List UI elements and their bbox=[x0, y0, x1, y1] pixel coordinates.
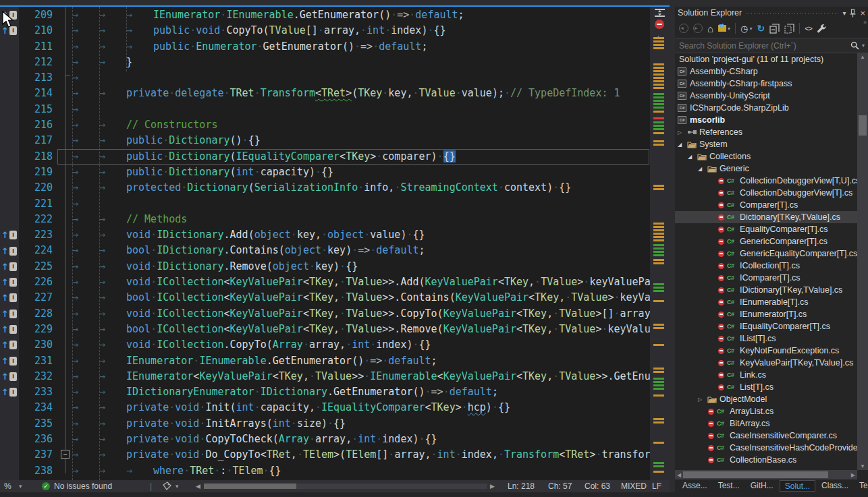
properties-wrench-button[interactable] bbox=[817, 24, 827, 34]
tree-item-assembly-unityscript[interactable]: C#Assembly-UnityScript bbox=[675, 90, 857, 102]
tree-scroll-left-icon[interactable]: ◀ bbox=[675, 472, 683, 478]
issues-status[interactable]: ✓ No issues found bbox=[42, 480, 112, 492]
code-line[interactable]: 214→→private·delegate·TRet·Transform<TRe… bbox=[0, 86, 670, 101]
marker-format-icon[interactable] bbox=[162, 480, 173, 492]
tree-hscrollbar-thumb[interactable] bbox=[683, 471, 828, 478]
switch-views-dropdown-icon[interactable]: ▾ bbox=[728, 26, 730, 32]
editor-hscrollbar[interactable] bbox=[204, 484, 487, 489]
fold-collapse-button[interactable]: − bbox=[61, 450, 70, 459]
tree-item-list-t-cs[interactable]: C#List[T].cs bbox=[675, 381, 857, 393]
hscroll-left-arrow[interactable]: ◀ bbox=[196, 480, 200, 492]
tree-item-references[interactable]: ▷References bbox=[675, 126, 857, 138]
view-code-button[interactable]: <> bbox=[805, 24, 812, 32]
collapse-all-button[interactable] bbox=[769, 24, 780, 34]
pending-changes-filter-button[interactable]: ◷▾ bbox=[740, 24, 752, 34]
code-line[interactable]: 234→→private·void·Init(int·capacity,·IEq… bbox=[0, 400, 670, 415]
collapse-arrow-icon[interactable]: ◢ bbox=[688, 154, 697, 160]
tool-tab-solut[interactable]: Solut... bbox=[780, 480, 815, 492]
code-line[interactable]: 213→ bbox=[0, 70, 670, 86]
zoom-control[interactable]: % bbox=[4, 480, 11, 492]
forward-button[interactable]: ► bbox=[693, 24, 703, 33]
search-dropdown-icon[interactable]: ▾ bbox=[862, 42, 865, 49]
implements-gutter-icon[interactable]: ↑I bbox=[0, 290, 19, 305]
code-line[interactable]: 220→→protected·Dictionary(SerializationI… bbox=[0, 180, 670, 196]
code-line[interactable]: ↑I225→→void·IDictionary.Remove(object·ke… bbox=[0, 259, 670, 274]
editor-scroll-annotation-column[interactable]: ▲ bbox=[650, 7, 670, 480]
switch-views-button[interactable]: ▾ bbox=[718, 25, 730, 32]
tree-item-iequalitycomparer-t-cs[interactable]: C#IEqualityComparer[T].cs bbox=[675, 320, 857, 332]
tree-item-equalitycomparer-t-cs[interactable]: C#EqualityComparer[T].cs bbox=[675, 223, 857, 235]
code-line[interactable]: 237→→private·void·Do_CopyTo<TRet,·TElem>… bbox=[0, 447, 670, 463]
tree-item-collectiondebuggerview-t-cs[interactable]: C#CollectionDebuggerView[T].cs bbox=[675, 187, 857, 199]
toolbar-overflow-icon[interactable]: » bbox=[863, 19, 867, 26]
expand-arrow-icon[interactable]: ▷ bbox=[678, 129, 687, 136]
code-line[interactable]: 235→→private·void·InitArrays(int·size)·{… bbox=[0, 416, 670, 432]
tree-item-assembly-csharp-firstpass[interactable]: C#Assembly-CSharp-firstpass bbox=[675, 78, 857, 90]
code-line[interactable]: 236→→private·void·CopyToCheck(Array·arra… bbox=[0, 432, 670, 447]
search-icon[interactable] bbox=[850, 41, 859, 50]
hscroll-right-arrow[interactable]: ▶ bbox=[490, 480, 495, 492]
implements-gutter-icon[interactable]: ↑I bbox=[0, 227, 19, 243]
implements-gutter-icon[interactable]: ↑I bbox=[0, 322, 19, 337]
implements-gutter-icon[interactable]: ↑I bbox=[0, 306, 19, 322]
tool-tab-test[interactable]: Test... bbox=[713, 480, 744, 492]
tree-item-link-cs[interactable]: C#Link.cs bbox=[675, 369, 857, 381]
refresh-button[interactable]: ↻ bbox=[757, 23, 765, 34]
code-line[interactable]: 219→→public·Dictionary(int·capacity)·{} bbox=[0, 165, 670, 180]
tree-item-keyvaluepair-tkey-tvalue-cs[interactable]: C#KeyValuePair[TKey,TValue].cs bbox=[675, 357, 857, 369]
code-line[interactable]: ↑I210→→→public·void·CopyTo(TValue[]·arra… bbox=[0, 23, 670, 38]
tree-item-solution-project-gui-11-of-11-projects-[interactable]: Solution 'project-gui' (11 of 11 project… bbox=[675, 53, 857, 65]
tree-item-idictionary-tkey-tvalue-cs[interactable]: C#IDictionary[TKey,TValue].cs bbox=[675, 284, 857, 296]
code-line[interactable]: 215→ bbox=[0, 102, 670, 117]
back-button[interactable]: ◄ bbox=[679, 24, 688, 33]
filter-dropdown-icon[interactable]: ▾ bbox=[749, 26, 752, 32]
solution-explorer-titlebar[interactable]: Solution Explorer ▾ × bbox=[675, 7, 868, 19]
zoom-dropdown-icon[interactable]: ▾ bbox=[19, 480, 22, 492]
search-input[interactable] bbox=[675, 41, 850, 51]
split-editor-handle[interactable] bbox=[654, 8, 666, 18]
code-line[interactable]: 218→→public·Dictionary(IEqualityComparer… bbox=[0, 149, 670, 165]
tool-tab-asse[interactable]: Asse... bbox=[678, 480, 712, 492]
tool-tab-gith[interactable]: GitH... bbox=[746, 480, 778, 492]
tree-item-dictionary-tkey-tvalue-cs[interactable]: C#Dictionary[TKey,TValue].cs bbox=[675, 211, 857, 223]
marker-dropdown-icon[interactable]: ▾ bbox=[175, 480, 179, 492]
code-editor[interactable]: ↑I209→→→IEnumerator·IEnumerable.GetEnume… bbox=[0, 7, 670, 480]
tree-item-ilist-t-cs[interactable]: C#IList[T].cs bbox=[675, 332, 857, 345]
tree-scroll-up-icon[interactable]: ▲ bbox=[860, 54, 865, 60]
code-line[interactable]: 221→ bbox=[0, 196, 670, 212]
tree-item-comparer-t-cs[interactable]: C#Comparer[T].cs bbox=[675, 199, 857, 211]
tree-item-generic[interactable]: ◢Generic bbox=[675, 163, 857, 175]
code-line[interactable]: 222→→// Methods bbox=[0, 212, 670, 227]
tree-vscrollbar-thumb[interactable] bbox=[859, 115, 867, 136]
close-icon[interactable]: × bbox=[860, 8, 865, 18]
tree-item-icsharpcode-sharpziplib[interactable]: C#ICSharpCode.SharpZipLib bbox=[675, 102, 857, 114]
implements-gutter-icon[interactable]: ↑I bbox=[0, 243, 19, 258]
code-line[interactable]: ↑I230→→void·ICollection.CopyTo(Array·arr… bbox=[0, 337, 670, 353]
code-line[interactable]: ↑I231→→IEnumerator·IEnumerable.GetEnumer… bbox=[0, 353, 670, 369]
implements-gutter-icon[interactable]: ↑I bbox=[0, 337, 19, 353]
tree-item-caseinsensitivecomparer-cs[interactable]: C#CaseInsensitiveComparer.cs bbox=[675, 430, 857, 442]
tree-item-icomparer-t-cs[interactable]: C#IComparer[T].cs bbox=[675, 272, 857, 284]
editor-hscrollbar-thumb[interactable] bbox=[204, 484, 296, 489]
pin-icon[interactable] bbox=[850, 9, 856, 18]
expand-arrow-icon[interactable]: ▷ bbox=[698, 397, 707, 403]
tree-vscrollbar[interactable]: ▲ ▼ bbox=[857, 53, 868, 470]
tree-hscrollbar[interactable]: ◀ ▶ bbox=[675, 470, 857, 479]
home-button[interactable]: ⌂ bbox=[707, 23, 713, 34]
code-line[interactable]: 217→→public·Dictionary()·{} bbox=[0, 133, 670, 148]
tree-item-arraylist-cs[interactable]: C#ArrayList.cs bbox=[675, 405, 857, 417]
tree-item-collectiondebuggerview-t-u-cs[interactable]: C#CollectionDebuggerView[T,U].cs bbox=[675, 175, 857, 187]
tree-item-genericcomparer-t-cs[interactable]: C#GenericComparer[T].cs bbox=[675, 235, 857, 247]
implements-gutter-icon[interactable]: ↑I bbox=[0, 274, 19, 290]
code-line[interactable]: ↑I232→→IEnumerator<KeyValuePair<TKey,·TV… bbox=[0, 369, 670, 384]
tree-item-caseinsensitivehashcodeprovider-cs[interactable]: C#CaseInsensitiveHashCodeProvider.cs bbox=[675, 442, 857, 454]
tree-item-keynotfoundexception-cs[interactable]: C#KeyNotFoundException.cs bbox=[675, 345, 857, 357]
panel-drag-grip[interactable] bbox=[746, 12, 838, 16]
collapse-arrow-icon[interactable]: ◢ bbox=[698, 166, 707, 172]
tree-item-mscorlib[interactable]: C#mscorlib bbox=[675, 114, 857, 126]
implements-gutter-icon[interactable]: ↑I bbox=[0, 384, 19, 400]
code-line[interactable]: ↑I223→→void·IDictionary.Add(object·key,·… bbox=[0, 227, 670, 243]
code-line[interactable]: 212→→} bbox=[0, 55, 670, 70]
tree-item-assembly-csharp[interactable]: C#Assembly-CSharp bbox=[675, 65, 857, 78]
tree-item-icollection-t-cs[interactable]: C#ICollection[T].cs bbox=[675, 260, 857, 272]
